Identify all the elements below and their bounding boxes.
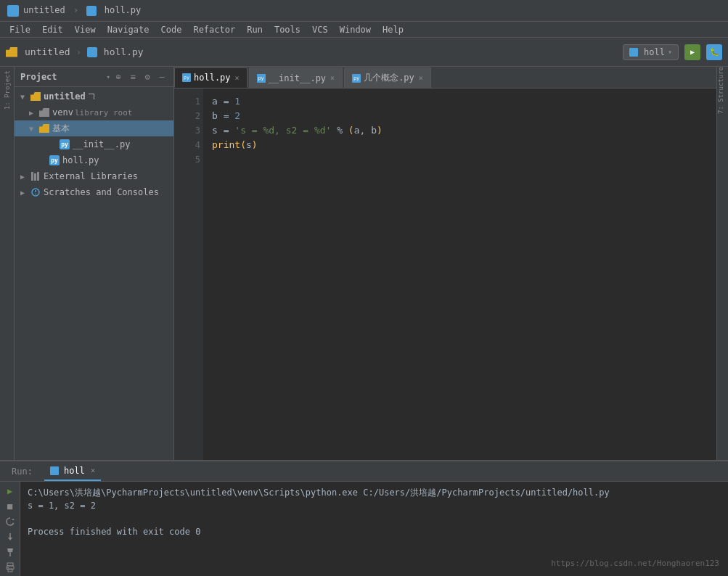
run-button[interactable] — [684, 44, 700, 60]
title-separator: › — [73, 5, 83, 15]
toolbar: untitled › holl.py holl ▾ — [0, 38, 728, 67]
run-config-icon — [629, 48, 638, 57]
menu-run[interactable]: Run — [241, 23, 269, 36]
bottom-tab-close[interactable]: × — [91, 466, 96, 475]
menu-window[interactable]: Window — [334, 23, 377, 36]
basic-arrow: ▼ — [29, 125, 39, 133]
tree-scratches[interactable]: ▶ Scratches and Consoles — [15, 184, 173, 200]
bottom-tab-holl-label: holl — [64, 466, 85, 476]
title-file-name: holl.py — [105, 5, 142, 15]
root-arrow: ▼ — [20, 93, 30, 101]
add-icon[interactable]: ⊕ — [113, 71, 124, 83]
bottom-tab-holl[interactable]: holl × — [44, 462, 102, 481]
dropdown-arrow: ▾ — [107, 73, 110, 81]
bottom-content: ▶ ■ — [0, 482, 728, 576]
console-result-line: s = 1, s2 = 2 — [28, 499, 721, 512]
svg-rect-14 — [7, 567, 9, 568]
print-button[interactable] — [2, 561, 18, 573]
init-py-icon: py — [60, 139, 70, 149]
holl-py-icon: py — [49, 155, 60, 165]
run-panel-label: Run: — [6, 466, 38, 477]
menu-bar: File Edit View Navigate Code Refactor Ru… — [0, 22, 728, 38]
tree-basic-folder[interactable]: ▼ 基本 — [15, 120, 173, 136]
menu-code[interactable]: Code — [155, 23, 188, 36]
root-folder-icon — [30, 92, 41, 101]
scratches-label: Scratches and Consoles — [44, 187, 159, 197]
title-file-icon — [86, 6, 97, 16]
toolbar-file-icon — [87, 47, 97, 57]
svg-marker-8 — [8, 538, 12, 540]
console-path-line: C:\Users\洪培越\PycharmProjects\untitled\ve… — [28, 486, 721, 499]
svg-marker-10 — [7, 548, 13, 552]
menu-navigate[interactable]: Navigate — [102, 23, 155, 36]
console-exit-line: Process finished with exit code 0 — [28, 525, 721, 538]
project-header-icons: ⊕ ≡ ⚙ — — [113, 71, 168, 83]
tree-init-file[interactable]: py __init__.py — [15, 136, 173, 152]
code-line-2: b = 2 — [212, 109, 708, 123]
tree-venv[interactable]: ▶ venv library root — [15, 104, 173, 120]
run-config-selector[interactable]: holl ▾ — [623, 44, 679, 60]
menu-view[interactable]: View — [69, 23, 102, 36]
stop-button[interactable]: ■ — [2, 500, 18, 512]
svg-rect-2 — [37, 172, 39, 181]
tab-concepts-close[interactable]: × — [419, 74, 423, 82]
init-label: __init__.py — [73, 139, 130, 149]
code-line-3: s = 's = %d, s2 = %d' % (a, b) — [212, 123, 708, 138]
menu-vcs[interactable]: VCS — [306, 23, 334, 36]
svg-marker-6 — [12, 519, 15, 520]
debug-button[interactable] — [706, 44, 722, 60]
extlib-arrow: ▶ — [20, 173, 30, 181]
svg-rect-0 — [31, 172, 33, 181]
venv-sublabel: library root — [75, 108, 132, 118]
extlib-label: External Libraries — [44, 171, 138, 181]
project-header: Project ▾ ⊕ ≡ ⚙ — — [15, 67, 173, 87]
code-content[interactable]: a = 1 b = 2 s = 's = %d, s2 = %d' % (a, … — [203, 89, 716, 460]
app-logo — [7, 5, 19, 17]
scratch-icon — [30, 187, 41, 197]
svg-rect-11 — [7, 563, 13, 566]
code-editor[interactable]: 1 2 3 4 5 a = 1 b = 2 s = 's = %d, s2 = … — [174, 89, 716, 460]
structure-panel-label[interactable]: 7: Structure — [717, 67, 724, 121]
menu-tools[interactable]: Tools — [269, 23, 306, 36]
run-config-label: holl — [644, 47, 665, 57]
tab-holl[interactable]: py holl.py × — [174, 67, 248, 88]
pin-button[interactable] — [2, 546, 18, 558]
venv-folder-icon — [39, 108, 49, 117]
menu-help[interactable]: Help — [377, 23, 409, 36]
tab-init-close[interactable]: × — [330, 74, 335, 82]
settings-icon[interactable]: ⚙ — [142, 71, 153, 83]
svg-rect-1 — [34, 173, 36, 181]
tab-concepts-label: 几个概念.py — [364, 72, 414, 84]
scrollbar-indicator — [89, 94, 94, 99]
tree-extlib[interactable]: ▶ External Libraries — [15, 168, 173, 184]
menu-refactor[interactable]: Refactor — [187, 23, 241, 36]
tab-init[interactable]: py __init__.py × — [249, 67, 343, 88]
tab-holl-label: holl.py — [194, 73, 231, 83]
holl-label: holl.py — [62, 155, 99, 165]
bottom-tab-holl-icon — [50, 466, 59, 475]
tree-holl-file[interactable]: py holl.py — [15, 152, 173, 168]
toolbar-project-name: untitled — [25, 46, 70, 57]
basic-label: 基本 — [52, 123, 70, 135]
menu-edit[interactable]: Edit — [36, 23, 69, 36]
title-project-name: untitled — [23, 5, 65, 15]
menu-file[interactable]: File — [4, 23, 36, 36]
rerun-button[interactable] — [2, 515, 18, 527]
project-panel-label[interactable]: 1: Project — [4, 70, 11, 110]
code-line-1: a = 1 — [212, 94, 708, 109]
tab-holl-close[interactable]: × — [235, 74, 240, 82]
scroll-end-button[interactable] — [2, 530, 18, 543]
minimize-icon[interactable]: — — [156, 71, 168, 83]
tab-bar: py holl.py × py __init__.py × py 几个概念.py… — [174, 67, 716, 89]
extlib-icon — [30, 171, 41, 181]
run-again-button[interactable]: ▶ — [2, 485, 18, 497]
tab-init-icon: py — [257, 74, 266, 83]
blog-link[interactable]: https://blog.csdn.net/Honghaoren123 — [551, 557, 719, 570]
project-breadcrumb: untitled › holl.py — [23, 5, 141, 16]
venv-arrow: ▶ — [29, 109, 39, 117]
collapse-icon[interactable]: ≡ — [127, 71, 139, 83]
tree-root[interactable]: ▼ untitled — [15, 89, 173, 104]
tab-concepts[interactable]: py 几个概念.py × — [344, 67, 431, 88]
project-panel-title: Project — [20, 72, 107, 82]
editor-area: py holl.py × py __init__.py × py 几个概念.py… — [174, 67, 716, 460]
